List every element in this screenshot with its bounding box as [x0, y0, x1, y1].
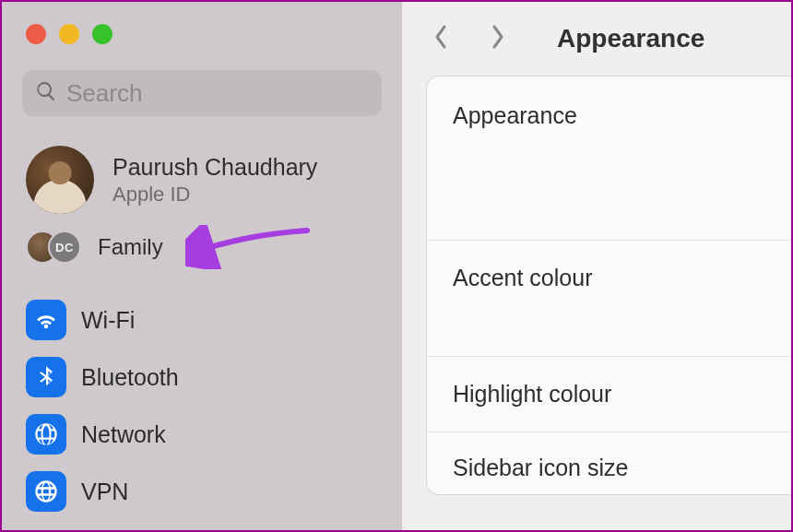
account-name: Paurush Chaudhary [112, 154, 317, 181]
account-subtitle: Apple ID [112, 183, 317, 207]
page-title: Appearance [557, 24, 704, 53]
sidebar-list: Wi-Fi Bluetooth Network VPN [22, 291, 382, 520]
vpn-globe-icon [26, 471, 66, 512]
minimize-window-button[interactable] [59, 24, 79, 44]
setting-accent-colour[interactable]: Accent colour [427, 240, 791, 356]
search-field[interactable] [22, 70, 382, 116]
wifi-icon [26, 300, 66, 340]
sidebar-item-network[interactable]: Network [22, 406, 382, 463]
sidebar-item-label: Network [81, 421, 166, 448]
setting-highlight-colour[interactable]: Highlight colour [427, 356, 791, 432]
settings-panel: Appearance Accent colour Highlight colou… [426, 76, 791, 495]
sidebar-item-label: Bluetooth [81, 364, 179, 391]
sidebar-item-vpn[interactable]: VPN [22, 463, 382, 520]
sidebar-item-family[interactable]: DC Family [22, 221, 382, 280]
nav-back-button[interactable] [426, 24, 456, 53]
header-nav: Appearance [402, 11, 791, 76]
fullscreen-window-button[interactable] [92, 24, 112, 44]
search-icon [35, 80, 57, 106]
apple-id-account[interactable]: Paurush Chaudhary Apple ID [22, 142, 382, 221]
window-controls [26, 24, 382, 44]
close-window-button[interactable] [26, 24, 46, 44]
setting-appearance[interactable]: Appearance [427, 77, 791, 240]
nav-forward-button[interactable] [483, 24, 513, 53]
globe-icon [26, 414, 66, 455]
search-input[interactable] [66, 79, 369, 108]
user-avatar [26, 146, 94, 214]
sidebar-item-label: VPN [81, 479, 128, 505]
chevron-right-icon [490, 24, 506, 53]
bluetooth-icon [26, 357, 66, 397]
family-member-avatar: DC [48, 231, 81, 264]
main-content: Appearance Appearance Accent colour High… [402, 2, 791, 530]
family-label: Family [98, 234, 163, 260]
sidebar-item-wifi[interactable]: Wi-Fi [22, 291, 382, 349]
sidebar-item-label: Wi-Fi [81, 307, 135, 334]
sidebar-item-bluetooth[interactable]: Bluetooth [22, 349, 382, 406]
chevron-left-icon [432, 24, 449, 53]
family-avatars: DC [26, 231, 81, 264]
sidebar: Paurush Chaudhary Apple ID DC Family Wi-… [2, 2, 402, 530]
account-text: Paurush Chaudhary Apple ID [112, 154, 317, 207]
annotation-arrow [185, 225, 314, 269]
setting-sidebar-icon-size[interactable]: Sidebar icon size [427, 432, 791, 494]
